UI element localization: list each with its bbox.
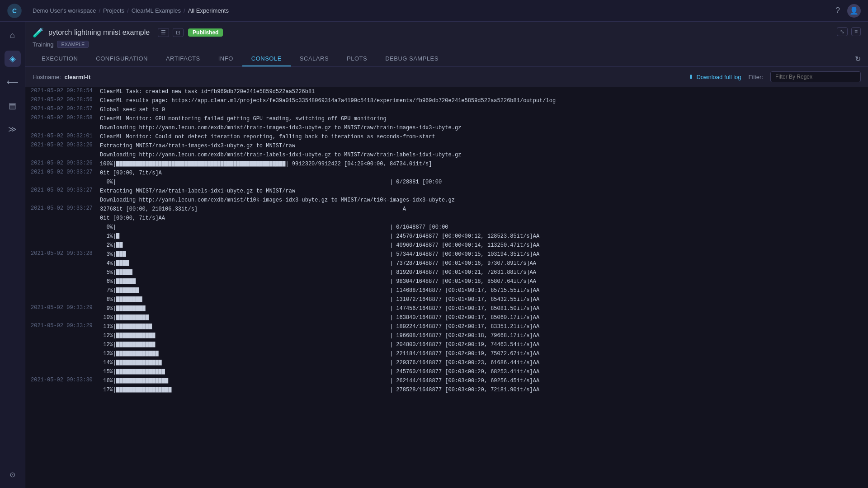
sidebar-item-pipelines[interactable]: ⟵: [5, 74, 21, 90]
log-scroll[interactable]: 2021-05-02 09:28:54ClearML Task: created…: [25, 87, 868, 488]
breadcrumb: Demo User's workspace / Projects / Clear…: [33, 7, 229, 14]
log-line: Downloading http://yann.lecun.com/exdb/m…: [25, 196, 868, 205]
log-message: 17%|█████████████████ | 278528/1648877 […: [100, 386, 868, 394]
log-line: 6%|██████ | 98304/1648877 [00:01<00:18, …: [25, 277, 868, 286]
svg-text:C: C: [12, 7, 17, 14]
main-content: 🧪 pytorch lightning mnist example ☰ ⊡ Pu…: [25, 22, 868, 488]
log-timestamp: [25, 332, 100, 340]
log-timestamp: [25, 259, 100, 267]
log-message: 3%|███ | 57344/1648877 [00:00<00:15, 103…: [100, 250, 868, 258]
log-timestamp: [25, 386, 100, 394]
log-message: Downloading http://yann.lecun.com/exdb/m…: [100, 124, 868, 132]
log-timestamp: [25, 314, 100, 322]
console-area: Hostname: clearml-lt ⬇ Download full log…: [25, 67, 868, 488]
tab-debug-samples[interactable]: DEBUG SAMPLES: [376, 52, 448, 66]
log-timestamp: 2021-05-02 09:28:57: [25, 106, 100, 114]
tab-configuration[interactable]: CONFIGURATION: [87, 52, 157, 66]
log-timestamp: 2021-05-02 09:28:58: [25, 115, 100, 123]
log-line: 2021-05-02 09:28:58ClearML Monitor: GPU …: [25, 114, 868, 123]
log-line: 0%| | 0/1648877 [00:00: [25, 223, 868, 232]
experiment-actions: ☰ ⊡: [158, 28, 184, 37]
log-line: 0%| | 0/28881 [00:00: [25, 178, 868, 187]
workspace-link[interactable]: Demo User's workspace: [33, 7, 96, 14]
log-message: Downloading http://yann.lecun.com/exdb/m…: [100, 196, 868, 204]
projects-link[interactable]: Projects: [103, 7, 124, 14]
log-timestamp: [25, 286, 100, 295]
log-message: 0%| | 0/28881 [00:00: [100, 178, 868, 186]
tab-console[interactable]: CONSOLE: [242, 52, 291, 66]
log-timestamp: [25, 151, 100, 159]
log-timestamp: 2021-05-02 09:33:27: [25, 169, 100, 177]
expand-btn[interactable]: ⤡: [837, 27, 848, 36]
log-line: 2021-05-02 09:28:56ClearML results page:…: [25, 96, 868, 105]
log-line: Downloading http://yann.lecun.com/exdb/m…: [25, 150, 868, 160]
log-message: ClearML Task: created new task id=fb969d…: [100, 88, 868, 96]
log-message: 14%|██████████████ | 229376/1648877 [00:…: [100, 359, 868, 367]
log-line: 2021-05-02 09:33:29 9%|█████████ | 14745…: [25, 304, 868, 313]
log-timestamp: [25, 214, 100, 222]
help-icon[interactable]: ?: [835, 6, 840, 15]
sidebar-item-datasets[interactable]: ▤: [5, 98, 21, 114]
log-line: 2%|██ | 40960/1648877 [00:00<00:14, 1132…: [25, 241, 868, 250]
sidebar-item-experiments[interactable]: ◈: [5, 51, 21, 67]
tab-execution[interactable]: EXECUTION: [33, 52, 87, 66]
log-timestamp: [25, 277, 100, 286]
log-timestamp: 2021-05-02 09:28:56: [25, 97, 100, 105]
log-timestamp: [25, 368, 100, 376]
action-btn-box[interactable]: ⊡: [173, 28, 184, 37]
log-timestamp: [25, 124, 100, 132]
log-timestamp: 2021-05-02 09:33:29: [25, 323, 100, 331]
log-message: Global seed set to 0: [100, 106, 868, 114]
hostname-value: clearml-lt: [65, 74, 91, 80]
log-timestamp: [25, 232, 100, 240]
tab-info[interactable]: INFO: [209, 52, 242, 66]
tab-plots[interactable]: PLOTS: [338, 52, 376, 66]
experiment-header: 🧪 pytorch lightning mnist example ☰ ⊡ Pu…: [25, 22, 868, 67]
sidebar-item-github[interactable]: ⊙: [5, 466, 21, 483]
log-message: 0%| | 0/1648877 [00:00: [100, 223, 868, 231]
training-label: Training: [33, 41, 53, 48]
log-timestamp: [25, 178, 100, 186]
log-timestamp: [25, 341, 100, 349]
log-line: 2021-05-02 09:28:57Global seed set to 0: [25, 105, 868, 114]
filter-input[interactable]: [770, 71, 861, 82]
log-line: 2021-05-02 09:33:29 11%|███████████ | 18…: [25, 322, 868, 331]
log-message: Extracting MNIST/raw/train-labels-idx1-u…: [100, 187, 868, 195]
log-line: 2021-05-02 09:33:30 16%|████████████████…: [25, 376, 868, 385]
log-message: ClearML Monitor: GPU monitoring failed g…: [100, 115, 868, 123]
log-message: 0it [00:00, 7it/s]AA: [100, 214, 868, 222]
log-message: 16%|████████████████ | 262144/1648877 [0…: [100, 377, 868, 385]
log-message: 6%|██████ | 98304/1648877 [00:01<00:18, …: [100, 277, 868, 286]
log-message: ClearML Monitor: Could not detect iterat…: [100, 133, 868, 141]
app-logo[interactable]: C: [7, 4, 22, 18]
refresh-btn[interactable]: ↻: [855, 52, 861, 66]
tabs-bar: EXECUTION CONFIGURATION ARTIFACTS INFO C…: [33, 52, 861, 66]
log-message: 12%|████████████ | 196608/1648877 [00:02…: [100, 332, 868, 340]
tab-artifacts[interactable]: ARTIFACTS: [157, 52, 209, 66]
experiment-title: pytorch lightning mnist example: [48, 28, 150, 37]
log-line: 8%|████████ | 131072/1648877 [00:01<00:1…: [25, 295, 868, 304]
clearml-examples-link[interactable]: ClearML Examples: [132, 7, 181, 14]
log-line: 17%|█████████████████ | 278528/1648877 […: [25, 385, 868, 394]
tab-scalars[interactable]: SCALARS: [291, 52, 338, 66]
log-message: 10%|██████████ | 163840/1648877 [00:02<0…: [100, 314, 868, 322]
log-timestamp: 2021-05-02 09:32:01: [25, 133, 100, 141]
log-message: 2%|██ | 40960/1648877 [00:00<00:14, 1132…: [100, 241, 868, 249]
log-timestamp: [25, 296, 100, 304]
download-log-btn[interactable]: ⬇ Download full log: [689, 74, 741, 80]
log-line: 13%|█████████████ | 221184/1648877 [00:0…: [25, 349, 868, 358]
log-message: 1%|█ | 24576/1648877 [00:00<00:12, 12852…: [100, 232, 868, 240]
log-message: 7%|███████ | 114688/1648877 [00:01<00:17…: [100, 286, 868, 295]
sidebar-item-home[interactable]: ⌂: [5, 27, 21, 43]
example-badge: EXAMPLE: [57, 41, 89, 48]
log-timestamp: [25, 196, 100, 204]
user-avatar[interactable]: 👤: [847, 4, 861, 18]
action-btn-list[interactable]: ☰: [158, 28, 169, 37]
main-layout: ⌂ ◈ ⟵ ▤ ≫ ⊙ 🧪 pytorch lightning mnist ex…: [0, 22, 868, 488]
experiment-header-right: ⤡ ≡: [837, 27, 861, 36]
log-timestamp: [25, 223, 100, 231]
download-label: Download full log: [696, 74, 741, 80]
menu-btn[interactable]: ≡: [851, 27, 861, 36]
sidebar-item-models[interactable]: ≫: [5, 121, 21, 137]
log-timestamp: 2021-05-02 09:33:26: [25, 142, 100, 150]
